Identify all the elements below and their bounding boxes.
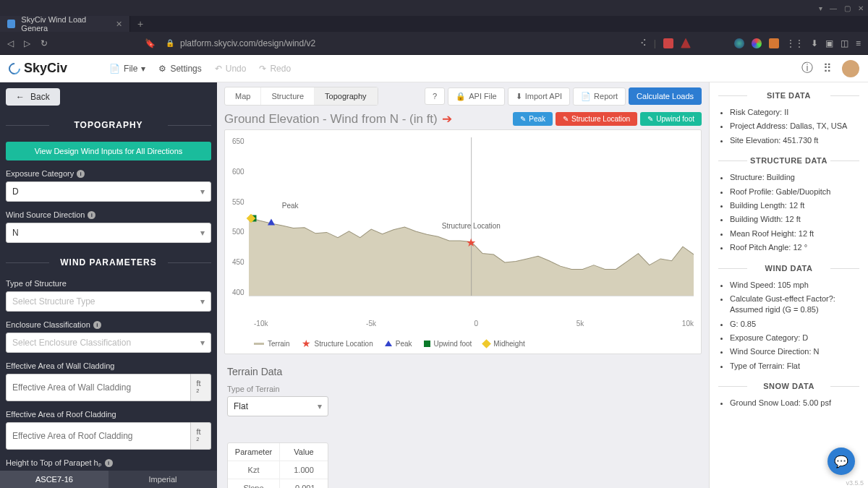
extensions-icon[interactable]: ⋮⋮ (786, 38, 804, 48)
menu-file[interactable]: 📄 File ▾ (109, 64, 145, 74)
share-icon[interactable]: ⠪ (640, 38, 647, 48)
api-file-button[interactable]: 🔒 API File (448, 87, 505, 106)
info-icon: i (88, 211, 95, 219)
list-item: Structure: Building (730, 172, 859, 183)
calculate-loads-button[interactable]: Calculate Loads (629, 87, 702, 105)
menu-redo[interactable]: ↷ Redo (259, 64, 291, 74)
new-tab-button[interactable]: + (130, 16, 150, 32)
input-wall-cladding[interactable] (6, 374, 191, 401)
select-wind-direction[interactable]: N (6, 223, 211, 243)
rp-title-snow: SNOW DATA (718, 382, 859, 390)
list-item: Building Width: 12 ft (730, 214, 859, 225)
avatar[interactable] (842, 60, 859, 77)
chip-peak[interactable]: ✎ Peak (513, 112, 553, 126)
list-item: Roof Profile: Gable/Duopitch (730, 187, 859, 197)
logo-icon (7, 60, 23, 77)
select-type-structure[interactable]: Select Structure Type (6, 291, 211, 312)
chart-container: 650600550500450400 ★PeakStructure Locati… (224, 129, 702, 354)
os-titlebar: ▾ — ▢ ✕ (0, 0, 868, 16)
window-close-icon[interactable]: ✕ (858, 4, 864, 12)
sidebar-tab-units[interactable]: Imperial (109, 471, 217, 488)
browser-tab[interactable]: SkyCiv Wind Load Genera ✕ (0, 16, 130, 32)
nav-reload-icon[interactable]: ↻ (41, 38, 48, 48)
menu-settings[interactable]: ⚙ Settings (158, 64, 201, 74)
info-icon: i (105, 459, 113, 467)
extension-icon[interactable] (663, 38, 673, 48)
help-button[interactable]: ? (425, 87, 445, 105)
view-wind-inputs-button[interactable]: View Design Wind Inputs for All Directio… (6, 142, 211, 160)
window-maximize-icon[interactable]: ▢ (844, 4, 851, 12)
sidebar-bottom-tabs: ASCE7-16 Imperial (0, 471, 217, 488)
chart-plot: ★PeakStructure Location (249, 137, 694, 296)
list-item: Risk Category: II (730, 107, 859, 118)
url-text: platform.skyciv.com/design/wind/v2 (180, 38, 315, 48)
nav-back-icon[interactable]: ◁ (7, 38, 14, 48)
tab-topography[interactable]: Topography (315, 87, 378, 105)
bookmark-icon[interactable]: 🔖 (145, 38, 156, 48)
arrow-right-icon: ➔ (442, 112, 452, 126)
window-minimize-icon[interactable]: ▾ (819, 4, 822, 12)
table-row: Kzt1.000 (228, 461, 328, 479)
sidebar-icon[interactable]: ◫ (841, 38, 848, 48)
select-exposure-category[interactable]: D (6, 181, 211, 202)
label-roof-cladding: Effective Area of Roof Cladding (6, 410, 211, 419)
select-terrain-type[interactable]: Flat (227, 396, 328, 416)
chat-bubble-icon[interactable]: 💬 (827, 448, 855, 475)
label-wind-direction: Wind Source Directioni (6, 210, 211, 219)
extension-icon[interactable] (734, 38, 744, 48)
tab-close-icon[interactable]: ✕ (116, 20, 122, 29)
list-item: G: 0.85 (730, 319, 859, 330)
list-item: Calculate Gust-effect Factor?: Assumed r… (730, 294, 859, 316)
list-item: Site Elevation: 451.730 ft (730, 135, 859, 146)
download-icon[interactable]: ⬇ (811, 38, 818, 48)
unit-ft2: ft ² (191, 422, 211, 450)
list-item: Ground Snow Load: 5.00 psf (730, 398, 859, 408)
help-icon[interactable]: ⓘ (801, 61, 813, 76)
list-item: Wind Speed: 105 mph (730, 280, 859, 291)
report-button[interactable]: 📄 Report (573, 87, 626, 106)
label-parapet: Height to Top of Parapet hₚi (6, 458, 211, 468)
right-panel: SITE DATA Risk Category: IIProject Addre… (709, 82, 868, 488)
menu-icon[interactable]: ≡ (856, 38, 861, 48)
rp-title-structure: STRUCTURE DATA (718, 156, 859, 165)
list-item: Wind Source Direction: N (730, 346, 859, 357)
nav-forward-icon[interactable]: ▷ (24, 38, 30, 48)
terrain-data-heading: Terrain Data (227, 366, 702, 377)
logo[interactable]: SkyCiv (9, 61, 67, 76)
label-enclosure: Enclosure Classificationi (6, 320, 211, 329)
version-label: v3.5.5 (846, 479, 864, 487)
address-bar[interactable]: 🔒 platform.skyciv.com/design/wind/v2 (166, 38, 630, 48)
chart-title: Ground Elevation - Wind from N - (in ft)… (224, 111, 452, 127)
rp-title-site: SITE DATA (718, 91, 859, 100)
tab-favicon-icon (7, 20, 15, 28)
label-terrain-type: Type of Terrain (227, 385, 702, 393)
window-restore-icon[interactable]: — (830, 4, 837, 12)
label-wall-cladding: Effective Area of Wall Cladding (6, 361, 211, 370)
label-type-structure: Type of Structure (6, 279, 211, 288)
input-roof-cladding[interactable] (6, 422, 191, 450)
menu-undo[interactable]: ↶ Undo (215, 64, 247, 74)
sidebar-tab-code[interactable]: ASCE7-16 (0, 471, 109, 488)
chip-structure-location[interactable]: ✎ Structure Location (556, 112, 637, 126)
extension-icon[interactable] (752, 38, 762, 48)
chart-xaxis: -10k-5k05k10k (254, 320, 694, 328)
chip-upwind-foot[interactable]: ✎ Upwind foot (640, 112, 702, 126)
select-enclosure[interactable]: Select Enclosure Classification (6, 333, 211, 353)
back-button[interactable]: ← Back (6, 88, 60, 106)
unit-ft2: ft ² (191, 374, 211, 401)
chart-legend: Terrain ★Structure Location Peak Upwind … (254, 338, 694, 349)
browser-tabbar: SkyCiv Wind Load Genera ✕ + (0, 16, 868, 32)
tab-structure[interactable]: Structure (261, 87, 315, 105)
browser-urlbar: ◁ ▷ ↻ 🔖 🔒 platform.skyciv.com/design/win… (0, 32, 868, 55)
panel-icon[interactable]: ▣ (825, 38, 833, 48)
extension-icon[interactable] (681, 38, 691, 48)
apps-icon[interactable]: ⠿ (823, 61, 832, 75)
tab-map[interactable]: Map (225, 87, 261, 105)
section-title-wind-params: WIND PARAMETERS (6, 252, 211, 273)
param-table: ParameterValue Kzt1.000Slope-0.001Loc. o… (227, 442, 328, 488)
extension-icon[interactable] (769, 38, 779, 48)
tab-title: SkyCiv Wind Load Genera (21, 15, 110, 33)
import-api-button[interactable]: ⬇ Import API (508, 87, 570, 106)
info-icon: i (93, 321, 101, 329)
section-title-topography: TOPOGRAPHY (6, 114, 211, 136)
